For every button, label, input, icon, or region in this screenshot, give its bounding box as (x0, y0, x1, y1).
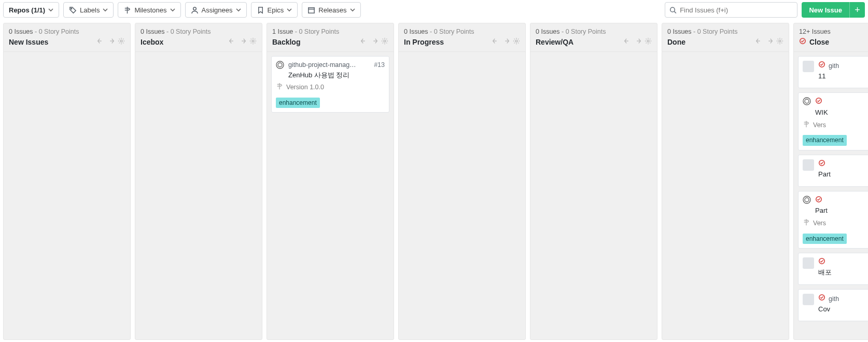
collapse-left-icon[interactable] (624, 37, 631, 46)
svg-point-1 (193, 7, 196, 10)
column-actions (229, 37, 257, 46)
svg-point-15 (276, 61, 284, 69)
story-points: - 0 Story Points (35, 28, 79, 35)
issue-card[interactable]: PartVersenhancement (798, 191, 868, 249)
search-box[interactable] (665, 2, 797, 18)
card-milestone-text: Version 1.0.0 (286, 83, 324, 92)
issue-card[interactable]: github-project-manag…#13ZenHub 사용법 정리Ver… (271, 56, 389, 113)
column-header: 0 Issues - 0 Story PointsIn Progress (399, 23, 525, 52)
column-settings-icon[interactable] (249, 37, 257, 46)
search-input[interactable] (680, 6, 793, 14)
collapse-right-icon[interactable] (107, 37, 115, 46)
column-settings-icon[interactable] (118, 37, 125, 46)
column-title-text: Icebox (141, 38, 163, 46)
collapse-left-icon[interactable] (97, 37, 104, 46)
repo-icon (803, 97, 811, 108)
card-title: WIK (815, 108, 868, 117)
labels-filter-label: Labels (80, 6, 100, 14)
collapse-left-icon[interactable] (755, 37, 763, 46)
column-actions (97, 37, 125, 46)
labels-filter[interactable]: Labels (63, 2, 114, 18)
board: 0 Issues - 0 Story PointsNew Issues0 Iss… (0, 23, 868, 340)
chevron-down-icon (48, 7, 53, 12)
column-settings-icon[interactable] (776, 37, 783, 46)
story-points: - 0 Story Points (166, 28, 211, 35)
closed-icon (799, 37, 806, 46)
svg-point-22 (647, 40, 649, 42)
collapse-right-icon[interactable] (371, 37, 378, 46)
collapse-right-icon[interactable] (634, 37, 641, 46)
column-header: 12+ IssuesClose (794, 23, 868, 52)
avatar (803, 159, 814, 171)
column-title: Backlog (272, 38, 300, 46)
column-header: 0 Issues - 0 Story PointsIcebox (135, 23, 262, 52)
card-top: WIK (803, 97, 868, 120)
collapse-left-icon[interactable] (360, 37, 368, 46)
column-settings-icon[interactable] (381, 37, 388, 46)
svg-point-10 (252, 40, 254, 42)
collapse-left-icon[interactable] (229, 37, 236, 46)
board-column: 0 Issues - 0 Story PointsIn Progress (398, 23, 526, 340)
column-header: 0 Issues - 0 Story PointsReview/QA (530, 23, 657, 52)
column-title-row: Close (799, 37, 868, 46)
column-cards: gith11WIKVersenhancementPartPartVersenha… (794, 52, 868, 325)
person-icon (191, 6, 199, 14)
card-top: 배포 (803, 257, 868, 280)
card-top: Part (803, 159, 868, 182)
column-actions (360, 37, 388, 46)
issue-card[interactable]: gith11 (798, 56, 868, 88)
column-title-row: New Issues (9, 37, 125, 46)
issue-card[interactable]: WIKVersenhancement (798, 92, 868, 150)
collapse-left-icon[interactable] (492, 37, 499, 46)
collapse-right-icon[interactable] (239, 37, 246, 46)
svg-line-4 (675, 11, 676, 13)
issue-card[interactable]: githCov (798, 289, 868, 321)
card-top: Part (803, 196, 868, 218)
milestone-icon (276, 83, 283, 92)
issue-card[interactable]: 배포 (798, 253, 868, 285)
new-issue-plus-button[interactable]: + (849, 2, 865, 18)
story-points: - 0 Story Points (295, 28, 339, 35)
label-tag: enhancement (276, 98, 320, 108)
svg-point-36 (803, 196, 810, 203)
repo-icon (803, 196, 811, 207)
column-stats: 0 Issues - 0 Story Points (141, 28, 257, 35)
collapse-right-icon[interactable] (766, 37, 773, 46)
avatar (803, 294, 814, 305)
milestones-filter[interactable]: Milestones (118, 2, 180, 18)
avatar (803, 61, 814, 72)
story-points: - 0 Story Points (430, 28, 474, 35)
releases-filter[interactable]: Releases (302, 2, 360, 18)
column-stats: 0 Issues - 0 Story Points (404, 28, 520, 35)
issues-count: 0 Issues (536, 28, 560, 35)
card-title: Part (818, 170, 868, 179)
issue-card[interactable]: Part (798, 155, 868, 187)
assignees-filter[interactable]: Assignees (185, 2, 247, 18)
column-title: Done (667, 38, 685, 46)
closed-status-icon (818, 159, 825, 169)
new-issue-button[interactable]: New Issue (802, 2, 849, 18)
svg-point-19 (515, 40, 517, 42)
repos-filter[interactable]: Repos (1/1) (3, 2, 59, 18)
card-title: 배포 (818, 268, 868, 277)
column-actions (624, 37, 652, 46)
column-title-row: In Progress (404, 37, 520, 46)
column-header: 1 Issue - 0 Story PointsBacklog (267, 23, 394, 52)
epics-filter[interactable]: Epics (251, 2, 298, 18)
column-settings-icon[interactable] (645, 37, 652, 46)
issues-count: 12+ Issues (799, 28, 831, 35)
closed-status-icon (815, 97, 822, 107)
collapse-right-icon[interactable] (502, 37, 510, 46)
plus-icon: + (855, 5, 860, 16)
svg-point-31 (805, 99, 809, 103)
column-header: 0 Issues - 0 Story PointsDone (662, 23, 789, 52)
chevron-down-icon (103, 7, 108, 12)
svg-point-13 (384, 40, 386, 42)
card-issue-number: #13 (374, 61, 385, 70)
card-milestone: Vers (803, 120, 868, 130)
closed-status-icon (815, 196, 822, 206)
column-actions (492, 37, 520, 46)
column-stats: 0 Issues - 0 Story Points (667, 28, 783, 35)
column-settings-icon[interactable] (513, 37, 520, 46)
story-points: - 0 Story Points (562, 28, 606, 35)
